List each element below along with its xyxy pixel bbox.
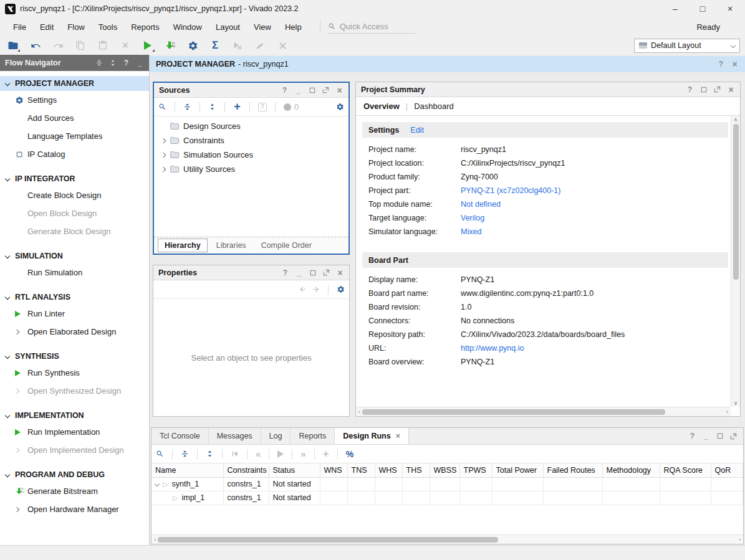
col-total-power[interactable]: Total Power xyxy=(492,463,543,477)
minimize-panel-icon[interactable]: _ xyxy=(702,432,710,440)
collapse-all-icon[interactable] xyxy=(181,450,189,458)
help-icon[interactable]: ? xyxy=(686,85,694,93)
tree-item-utility-sources[interactable]: Utility Sources xyxy=(154,162,348,176)
nav-synthesis[interactable]: SYNTHESIS xyxy=(0,349,149,364)
undo-icon[interactable] xyxy=(29,39,42,52)
menu-layout[interactable]: Layout xyxy=(209,20,247,34)
nav-item-run-implementation[interactable]: Run Implementation xyxy=(0,423,149,441)
quick-access[interactable]: Quick Access xyxy=(320,20,415,34)
minimize-panel-icon[interactable]: _ xyxy=(294,86,302,94)
close-icon[interactable]: × xyxy=(335,86,344,94)
open-project-icon[interactable] xyxy=(6,39,20,52)
close-tab-icon[interactable]: × xyxy=(396,432,400,440)
float-panel-icon[interactable] xyxy=(322,86,330,94)
help-icon[interactable]: ? xyxy=(688,432,696,440)
search-icon[interactable] xyxy=(158,103,166,111)
tab-overview[interactable]: Overview xyxy=(363,102,400,111)
nav-item-run-synthesis[interactable]: Run Synthesis xyxy=(0,364,149,382)
collapse-all-icon[interactable] xyxy=(95,59,103,67)
board-url-link[interactable]: http://www.pynq.io xyxy=(461,344,524,353)
tree-item-design-sources[interactable]: Design Sources xyxy=(154,119,348,133)
help-icon[interactable]: ? xyxy=(281,86,289,94)
help-icon[interactable]: ? xyxy=(281,268,289,277)
expand-all-icon[interactable] xyxy=(206,450,214,458)
col-failed-routes[interactable]: Failed Routes xyxy=(543,463,602,477)
menu-view[interactable]: View xyxy=(247,20,278,34)
menu-window[interactable]: Window xyxy=(166,20,209,34)
tab-log[interactable]: Log xyxy=(261,428,291,444)
nav-program-and-debug[interactable]: PROGRAM AND DEBUG xyxy=(0,467,149,482)
col-whs[interactable]: WHS xyxy=(375,463,402,477)
menu-flow[interactable]: Flow xyxy=(60,20,91,34)
percent-icon[interactable]: % xyxy=(346,449,353,459)
col-status[interactable]: Status xyxy=(269,463,320,477)
tab-messages[interactable]: Messages xyxy=(209,428,261,444)
tab-hierarchy[interactable]: Hierarchy xyxy=(158,239,208,252)
search-icon[interactable] xyxy=(156,450,164,458)
nav-item-settings[interactable]: Settings xyxy=(0,91,149,109)
minimize-panel-icon[interactable]: _ xyxy=(136,59,144,67)
close-icon[interactable]: × xyxy=(727,85,735,93)
settings-gear-icon[interactable] xyxy=(186,39,199,52)
col-methodology[interactable]: Methodology xyxy=(602,463,660,477)
minimize-button[interactable]: – xyxy=(661,1,689,17)
col-name[interactable]: Name xyxy=(151,463,223,477)
help-icon[interactable]: ? xyxy=(122,59,130,67)
nav-item-language-templates[interactable]: Language Templates xyxy=(0,127,149,145)
maximize-panel-icon[interactable] xyxy=(716,432,724,440)
col-qor[interactable]: QoR xyxy=(711,463,743,477)
float-panel-icon[interactable] xyxy=(729,432,738,440)
tab-tcl-console[interactable]: Tcl Console xyxy=(151,428,209,444)
nav-item-run-simulation[interactable]: Run Simulation xyxy=(0,263,149,282)
nav-project-manager[interactable]: PROJECT MANAGER xyxy=(0,76,149,91)
project-part-link[interactable]: PYNQ-Z1 (xc7z020clg400-1) xyxy=(461,186,560,195)
tree-item-constraints[interactable]: Constraints xyxy=(154,133,348,148)
close-icon[interactable]: × xyxy=(731,60,739,69)
nav-simulation[interactable]: SIMULATION xyxy=(0,249,149,263)
maximize-button[interactable]: □ xyxy=(689,1,716,17)
minimize-panel-icon[interactable]: _ xyxy=(295,268,303,277)
report-sigma-icon[interactable]: Σ xyxy=(208,39,222,52)
nav-item-add-sources[interactable]: Add Sources xyxy=(0,109,149,127)
nav-implementation[interactable]: IMPLEMENTATION xyxy=(0,408,149,423)
nav-item-open-hardware-manager[interactable]: Open Hardware Manager xyxy=(0,500,149,518)
float-panel-icon[interactable] xyxy=(322,268,330,277)
table-row-synth-1[interactable]: ▷ synth_1 constrs_1 Not started xyxy=(151,477,743,491)
tab-libraries[interactable]: Libraries xyxy=(210,239,252,252)
col-tpws[interactable]: TPWS xyxy=(459,463,492,477)
float-panel-icon[interactable] xyxy=(713,85,721,93)
tab-reports[interactable]: Reports xyxy=(291,428,335,444)
menu-reports[interactable]: Reports xyxy=(124,20,166,34)
sources-title-bar[interactable]: Sources ? _ × xyxy=(154,83,348,98)
nav-item-ip-catalog[interactable]: IP Catalog xyxy=(0,145,149,163)
expand-all-icon[interactable] xyxy=(108,59,117,67)
tab-compile-order[interactable]: Compile Order xyxy=(255,239,318,252)
nav-item-generate-bitstream[interactable]: 0110 Generate Bitstream xyxy=(0,482,149,500)
menu-edit[interactable]: Edit xyxy=(33,20,60,34)
properties-title-bar[interactable]: Properties ? _ × xyxy=(153,265,349,280)
generate-bitstream-icon[interactable]: 0110 xyxy=(163,39,177,52)
maximize-panel-icon[interactable] xyxy=(309,268,317,277)
col-tns[interactable]: TNS xyxy=(347,463,375,477)
col-constraints[interactable]: Constraints xyxy=(223,463,269,477)
col-ths[interactable]: THS xyxy=(402,463,430,477)
table-row-impl-1[interactable]: ▷ impl_1 constrs_1 Not started xyxy=(151,491,743,505)
horizontal-scrollbar[interactable]: ‹ › xyxy=(356,407,731,416)
expand-all-icon[interactable] xyxy=(208,103,216,111)
gear-icon[interactable] xyxy=(337,285,345,293)
nav-ip-integrator[interactable]: IP INTEGRATOR xyxy=(0,171,149,186)
menu-file[interactable]: File xyxy=(6,20,33,34)
project-summary-title-bar[interactable]: Project Summary ? × xyxy=(356,82,740,97)
col-wns[interactable]: WNS xyxy=(320,463,347,477)
menu-tools[interactable]: Tools xyxy=(92,20,124,34)
close-button[interactable]: × xyxy=(716,1,744,17)
nav-item-create-block-design[interactable]: Create Block Design xyxy=(0,186,149,204)
nav-rtl-analysis[interactable]: RTL ANALYSIS xyxy=(0,290,149,305)
col-rqa-score[interactable]: RQA Score xyxy=(660,463,711,477)
nav-item-open-elaborated-design[interactable]: Open Elaborated Design xyxy=(0,323,149,341)
expand-row-icon[interactable] xyxy=(155,482,160,486)
gear-icon[interactable] xyxy=(336,103,344,111)
tab-dashboard[interactable]: Dashboard xyxy=(414,102,454,111)
menu-help[interactable]: Help xyxy=(278,20,309,34)
target-language-link[interactable]: Verilog xyxy=(461,214,484,222)
